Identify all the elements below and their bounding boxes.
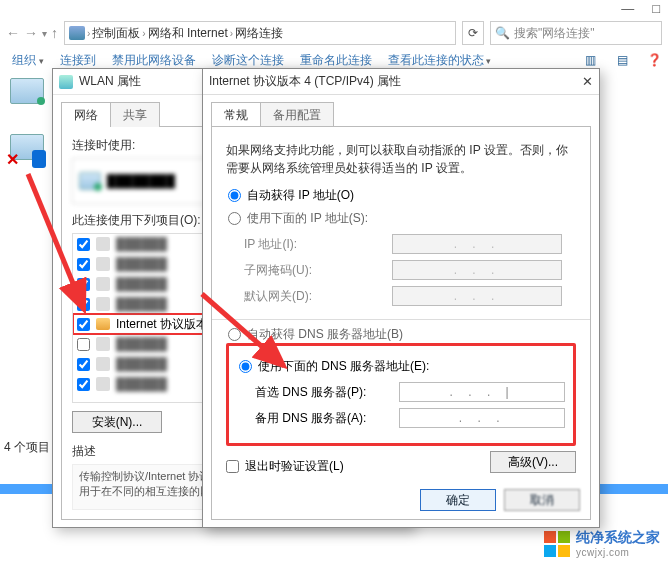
ok-button[interactable]: 确定	[420, 489, 496, 511]
watermark-url: ycwjxj.com	[576, 547, 660, 558]
tab-share[interactable]: 共享	[110, 102, 160, 127]
adapter-list	[10, 78, 44, 160]
network-icon	[69, 26, 85, 40]
ipv4-tabs: 常规 备用配置	[211, 101, 599, 126]
subnet-mask-label: 子网掩码(U):	[244, 262, 384, 279]
item-checkbox[interactable]	[77, 258, 90, 271]
dialog-buttons: 确定 取消	[420, 489, 580, 511]
radio-label: 使用下面的 IP 地址(S):	[247, 210, 368, 227]
radio-input[interactable]	[228, 212, 241, 225]
crumb-control-panel[interactable]: 控制面板	[92, 25, 140, 42]
subnet-mask-input: . . .	[392, 260, 562, 280]
advanced-button[interactable]: 高级(V)...	[490, 451, 576, 473]
dns-manual-block: 使用下面的 DNS 服务器地址(E): 首选 DNS 服务器(P):. . . …	[226, 343, 576, 446]
radio-input[interactable]	[239, 360, 252, 373]
crumb-network-connections[interactable]: 网络连接	[235, 25, 283, 42]
minimize-button[interactable]: —	[621, 0, 634, 18]
recent-dropdown[interactable]: ▾	[42, 28, 47, 39]
adapter-icon[interactable]	[10, 78, 44, 104]
item-checkbox[interactable]	[77, 358, 90, 371]
ipv4-titlebar[interactable]: Internet 协议版本 4 (TCP/IPv4) 属性 ✕	[203, 69, 599, 95]
tab-network[interactable]: 网络	[61, 102, 111, 127]
help-button[interactable]: ❓	[646, 52, 662, 68]
search-input[interactable]: 🔍 搜索"网络连接"	[490, 21, 662, 45]
radio-auto-dns[interactable]: 自动获得 DNS 服务器地址(B)	[228, 326, 576, 343]
radio-label: 自动获得 IP 地址(O)	[247, 187, 354, 204]
radio-input[interactable]	[228, 189, 241, 202]
view-options-button[interactable]: ▥	[582, 52, 598, 68]
alternate-dns-input[interactable]: . . .	[399, 408, 565, 428]
chevron-right-icon: ›	[230, 28, 233, 39]
window-controls: — □	[0, 0, 668, 18]
intro-text: 如果网络支持此功能，则可以获取自动指派的 IP 设置。否则，你需要从网络系统管理…	[226, 141, 576, 177]
preferred-dns-label: 首选 DNS 服务器(P):	[255, 384, 391, 401]
radio-label: 自动获得 DNS 服务器地址(B)	[247, 326, 403, 343]
separator	[212, 319, 590, 320]
ipv4-body: 如果网络支持此功能，则可以获取自动指派的 IP 设置。否则，你需要从网络系统管理…	[211, 126, 591, 520]
validate-checkbox[interactable]	[226, 460, 239, 473]
up-button[interactable]: ↑	[51, 25, 58, 41]
item-checkbox[interactable]	[77, 318, 90, 331]
rename-button[interactable]: 重命名此连接	[300, 52, 372, 69]
maximize-button[interactable]: □	[652, 0, 660, 18]
alternate-dns-label: 备用 DNS 服务器(A):	[255, 410, 391, 427]
ipv4-properties-dialog: Internet 协议版本 4 (TCP/IPv4) 属性 ✕ 常规 备用配置 …	[202, 68, 600, 528]
watermark: 纯净系统之家 ycwjxj.com	[544, 529, 660, 558]
explorer-window: — □ ← → ▾ ↑ › 控制面板 › 网络和 Internet › 网络连接…	[0, 0, 668, 70]
preferred-dns-input[interactable]: . . . |	[399, 382, 565, 402]
gateway-label: 默认网关(D):	[244, 288, 384, 305]
status-bar-item-count: 4 个项目	[4, 439, 50, 456]
close-icon[interactable]: ✕	[582, 74, 593, 89]
watermark-name: 纯净系统之家	[576, 529, 660, 547]
forward-button[interactable]: →	[24, 25, 38, 41]
item-checkbox[interactable]	[77, 238, 90, 251]
validate-label: 退出时验证设置(L)	[245, 458, 344, 475]
bluetooth-icon	[32, 150, 46, 168]
view-status-button[interactable]: 查看此连接的状态	[388, 52, 492, 69]
radio-auto-ip[interactable]: 自动获得 IP 地址(O)	[228, 187, 576, 204]
chevron-right-icon: ›	[87, 28, 90, 39]
address-bar: ← → ▾ ↑ › 控制面板 › 网络和 Internet › 网络连接 ⟳ 🔍…	[6, 20, 662, 46]
diagnose-button[interactable]: 诊断这个连接	[212, 52, 284, 69]
search-icon: 🔍	[495, 26, 510, 40]
refresh-button[interactable]: ⟳	[462, 21, 484, 45]
connect-to-button[interactable]: 连接到	[60, 52, 96, 69]
item-checkbox[interactable]	[77, 338, 90, 351]
radio-manual-ip[interactable]: 使用下面的 IP 地址(S):	[228, 210, 576, 227]
item-checkbox[interactable]	[77, 278, 90, 291]
radio-label: 使用下面的 DNS 服务器地址(E):	[258, 358, 429, 375]
ip-fields: IP 地址(I):. . . 子网掩码(U):. . . 默认网关(D):. .…	[244, 231, 576, 309]
search-placeholder: 搜索"网络连接"	[514, 25, 595, 42]
disabled-x-icon: ✕	[6, 150, 19, 169]
ipv4-title: Internet 协议版本 4 (TCP/IPv4) 属性	[209, 73, 576, 90]
chevron-right-icon: ›	[142, 28, 145, 39]
adapter-icon	[59, 75, 73, 89]
disable-device-button[interactable]: 禁用此网络设备	[112, 52, 196, 69]
preview-pane-button[interactable]: ▤	[614, 52, 630, 68]
tab-general[interactable]: 常规	[211, 102, 261, 127]
radio-manual-dns[interactable]: 使用下面的 DNS 服务器地址(E):	[239, 358, 565, 375]
install-button[interactable]: 安装(N)...	[72, 411, 162, 433]
radio-input[interactable]	[228, 328, 241, 341]
ip-address-input: . . .	[392, 234, 562, 254]
organize-menu[interactable]: 组织	[12, 52, 44, 69]
crumb-network-and-internet[interactable]: 网络和 Internet	[148, 25, 228, 42]
item-checkbox[interactable]	[77, 378, 90, 391]
gateway-input: . . .	[392, 286, 562, 306]
ip-address-label: IP 地址(I):	[244, 236, 384, 253]
watermark-logo	[544, 531, 570, 557]
nav-buttons: ← → ▾ ↑	[6, 25, 58, 41]
item-checkbox[interactable]	[77, 298, 90, 311]
protocol-icon	[96, 318, 110, 330]
cancel-button[interactable]: 取消	[504, 489, 580, 511]
breadcrumb[interactable]: › 控制面板 › 网络和 Internet › 网络连接	[64, 21, 456, 45]
tab-alternate[interactable]: 备用配置	[260, 102, 334, 127]
dns-fields: 首选 DNS 服务器(P):. . . | 备用 DNS 服务器(A):. . …	[255, 379, 565, 431]
back-button[interactable]: ←	[6, 25, 20, 41]
